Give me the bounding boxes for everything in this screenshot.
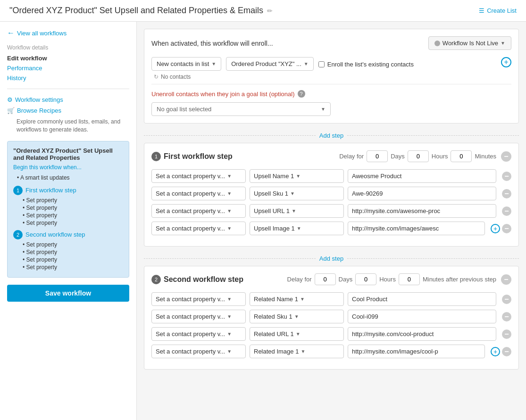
- trigger-list-select[interactable]: Ordered Product "XYZ" ... ▼: [226, 57, 314, 71]
- sidebar-nav: Edit workflow Performance History: [7, 55, 129, 82]
- step-1-row-4-actions: + −: [491, 224, 511, 233]
- step-2-action-2-select[interactable]: Set a contact property v... ▼: [151, 310, 246, 323]
- unenroll-section: Unenroll contacts when they join a goal …: [151, 84, 511, 116]
- no-contacts-label: No contacts: [161, 74, 191, 80]
- step-1-delay-minutes-input[interactable]: [451, 150, 472, 162]
- add-step-row-middle[interactable]: Add step: [144, 251, 519, 266]
- s2-action-chevron-2: ▼: [227, 314, 232, 319]
- step-1-property-4-select[interactable]: Upsell Image 1 ▼: [250, 222, 344, 235]
- workflow-status-button[interactable]: Workflow Is Not Live ▼: [428, 36, 511, 50]
- edit-title-icon[interactable]: ✏: [267, 7, 273, 15]
- step-1-property-3-label: Upsell URL 1: [254, 207, 290, 214]
- step-1-property-1-select[interactable]: Upsell Name 1 ▼: [250, 169, 344, 183]
- step-2-value-3-input[interactable]: [348, 327, 496, 341]
- step-2-nav[interactable]: 2 Second workflow step: [13, 230, 123, 239]
- step-2-delay-minutes-input[interactable]: [399, 273, 420, 285]
- help-icon[interactable]: ?: [298, 90, 305, 98]
- browse-recipes-link[interactable]: 🛒 Browse Recipes: [7, 107, 129, 114]
- step-1-hours-label: Hours: [432, 153, 448, 160]
- step-2-delay-label: Delay for: [287, 276, 312, 283]
- step-1-action-4-label: Set a contact property v...: [156, 225, 225, 232]
- step-2-row-4-remove[interactable]: −: [502, 347, 511, 356]
- step-2-row-3-actions: −: [502, 329, 511, 339]
- trigger-type-select[interactable]: New contacts in list ▼: [151, 57, 221, 71]
- add-enrollment-button[interactable]: +: [501, 57, 511, 67]
- step-2-action-4-select[interactable]: Set a contact property v... ▼: [151, 345, 246, 358]
- step-2-action-1-select[interactable]: Set a contact property v... ▼: [151, 292, 246, 306]
- step-1-value-3-input[interactable]: [348, 204, 496, 218]
- step-2-action-row-4: Set a contact property v... ▼ Related Im…: [151, 345, 511, 358]
- step-1-row-2-remove[interactable]: −: [502, 189, 511, 198]
- step-1-action-3-select[interactable]: Set a contact property v... ▼: [151, 204, 246, 218]
- add-step-row-top[interactable]: Add step: [144, 128, 519, 143]
- back-link[interactable]: ← View all workflows: [7, 29, 129, 37]
- sidebar-item-performance[interactable]: Performance: [7, 65, 129, 72]
- s2-property-chevron-2: ▼: [294, 314, 299, 319]
- step-1-remove-button[interactable]: −: [501, 151, 511, 162]
- step-2-row-4-add[interactable]: +: [491, 347, 500, 356]
- step-2-value-2-input[interactable]: [348, 310, 496, 323]
- step-1-row-4-remove[interactable]: −: [502, 224, 511, 233]
- step-2-sub-items: • Set property • Set property • Set prop…: [23, 241, 123, 271]
- step-2-sub-4: • Set property: [23, 264, 123, 271]
- s2-property-chevron-1: ▼: [300, 296, 305, 302]
- step-1-action-2-select[interactable]: Set a contact property v... ▼: [151, 187, 246, 200]
- create-list-button[interactable]: ☰ Create List: [479, 7, 517, 14]
- unenroll-label: Unenroll contacts when they join a goal …: [151, 90, 511, 98]
- step-1-action-4-select[interactable]: Set a contact property v... ▼: [151, 222, 246, 235]
- step-1-value-4-input[interactable]: [348, 222, 485, 235]
- goal-list-select[interactable]: No goal list selected ▼: [151, 102, 331, 116]
- sidebar-item-history[interactable]: History: [7, 74, 129, 82]
- step-1-action-1-label: Set a contact property v...: [156, 173, 225, 180]
- sidebar: ← View all workflows Workflow details Ed…: [0, 22, 137, 420]
- step-1-value-1-input[interactable]: [348, 169, 496, 183]
- step-1-property-3-select[interactable]: Upsell URL 1 ▼: [250, 204, 344, 218]
- step-2-box: 2 Second workflow step Delay for Days Ho…: [144, 266, 519, 370]
- step-1-action-1-select[interactable]: Set a contact property v... ▼: [151, 169, 246, 183]
- step-1-action-row-2: Set a contact property v... ▼ Upsell Sku…: [151, 187, 511, 200]
- step-2-row-2-remove[interactable]: −: [502, 312, 511, 321]
- step-1-delay-hours-input[interactable]: [408, 150, 429, 162]
- step-1-row-1-remove[interactable]: −: [502, 172, 511, 181]
- save-workflow-button[interactable]: Save workflow: [7, 285, 129, 302]
- enroll-existing-checkbox[interactable]: Enroll the list's existing contacts: [318, 57, 414, 68]
- step-1-row-3-remove[interactable]: −: [502, 206, 511, 216]
- step-1-action-3-label: Set a contact property v...: [156, 207, 225, 214]
- step-1-action-row-1: Set a contact property v... ▼ Upsell Nam…: [151, 169, 511, 183]
- step-2-property-1-select[interactable]: Related Name 1 ▼: [250, 292, 344, 306]
- enrollment-header-text: When activated, this workflow will enrol…: [151, 40, 273, 47]
- sidebar-item-edit-workflow[interactable]: Edit workflow: [7, 55, 129, 62]
- property-chevron: ▼: [296, 173, 301, 179]
- step-2-delay-hours-input[interactable]: [355, 273, 376, 285]
- refresh-icon: ↻: [154, 74, 159, 80]
- step-2-action-3-label: Set a contact property v...: [156, 330, 225, 338]
- workflow-trigger-link[interactable]: Begin this workflow when...: [13, 164, 123, 171]
- action-chevron-2: ▼: [227, 191, 232, 196]
- dashed-line-left-2: [144, 258, 316, 259]
- step-1-number: 1: [151, 152, 161, 161]
- step-2-property-2-select[interactable]: Related Sku 1 ▼: [250, 310, 344, 323]
- back-link-label: View all workflows: [17, 30, 67, 37]
- workflow-settings-link[interactable]: ⚙ Workflow settings: [7, 96, 129, 103]
- step-2-property-4-select[interactable]: Related Image 1 ▼: [250, 345, 344, 358]
- step-1-value-2-input[interactable]: [348, 187, 496, 200]
- step-2-remove-button[interactable]: −: [501, 274, 511, 285]
- step-2-row-3-remove[interactable]: −: [502, 329, 511, 339]
- step-1-property-2-select[interactable]: Upsell Sku 1 ▼: [250, 187, 344, 200]
- step-2-action-3-select[interactable]: Set a contact property v... ▼: [151, 327, 246, 341]
- step-1-nav[interactable]: 1 First workflow step: [13, 186, 123, 195]
- sidebar-section-label: Workflow details: [7, 44, 129, 51]
- step-2-title: Second workflow step: [164, 275, 243, 284]
- step-2-value-1-input[interactable]: [348, 292, 496, 306]
- step-2-circle: 2: [13, 230, 23, 239]
- step-2-row-4-actions: + −: [491, 347, 511, 356]
- step-1-delay-days-input[interactable]: [367, 150, 388, 162]
- enroll-existing-input[interactable]: [318, 61, 325, 67]
- step-2-property-3-select[interactable]: Related URL 1 ▼: [250, 327, 344, 341]
- step-2-delay-days-input[interactable]: [315, 273, 336, 285]
- step-2-value-4-input[interactable]: [348, 345, 485, 358]
- step-1-row-4-add[interactable]: +: [491, 224, 500, 233]
- s2-property-chevron-4: ▼: [301, 349, 305, 354]
- gear-icon: ⚙: [7, 96, 13, 103]
- step-2-row-1-remove[interactable]: −: [502, 295, 511, 304]
